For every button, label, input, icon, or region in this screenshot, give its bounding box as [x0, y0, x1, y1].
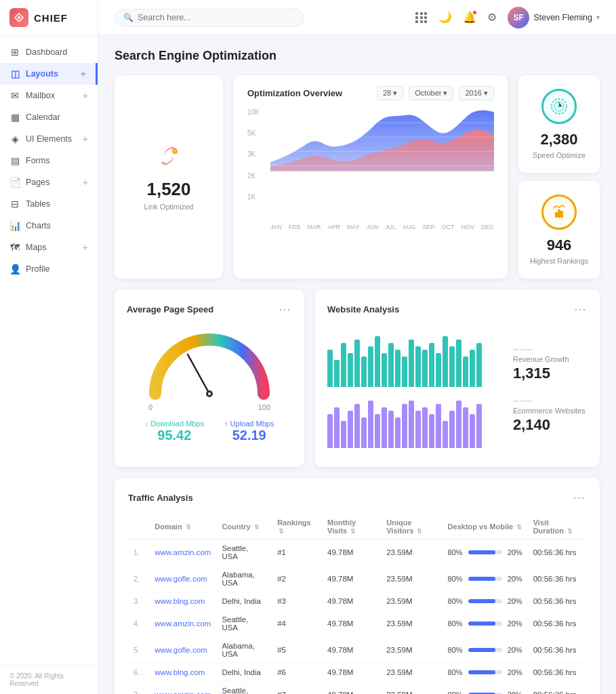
notification-badge — [472, 10, 477, 15]
speed-stats: ↓ Download Mbps 95.42 ↑ Upload Mbps 52.1… — [145, 420, 274, 443]
cell-country: Delhi, India — [216, 664, 272, 682]
calendar-icon: ▦ — [9, 112, 20, 123]
sidebar-item-forms[interactable]: ▤Forms — [0, 150, 98, 171]
cell-domain: www.amzin.com — [149, 539, 216, 566]
table-header-row: Domain ⇅ Country ⇅ Rankings ⇅ Monthly Vi… — [128, 514, 586, 539]
link-optimized-label: Link Optimized — [144, 203, 194, 211]
sidebar-item-pages[interactable]: 📄Pages + — [0, 171, 98, 193]
filter-year[interactable]: 2016 ▾ — [459, 86, 494, 100]
table-row: 4. www.amzin.com Seattle, USA #4 49.78M … — [128, 611, 586, 637]
search-box[interactable]: 🔍 — [115, 9, 304, 26]
upload-stat: ↑ Upload Mbps 52.19 — [224, 420, 274, 443]
col-rankings[interactable]: Rankings ⇅ — [272, 514, 322, 539]
cell-num: 1. — [128, 539, 149, 566]
gauge-svg — [142, 326, 277, 401]
sidebar-label-ui-elements: UI Elements — [26, 134, 72, 144]
filter-day[interactable]: 28 ▾ — [377, 86, 403, 100]
speed-optimize-value: 2,380 — [540, 131, 577, 148]
sidebar-item-ui-elements[interactable]: ◈UI Elements + — [0, 128, 98, 150]
cell-duration: 00:56:36 hrs — [528, 566, 586, 592]
user-info[interactable]: SF Steven Fleming ▾ — [508, 7, 600, 28]
analysis-header: Website Analysis ⋯ — [327, 302, 588, 317]
layouts-expand[interactable]: + — [81, 68, 86, 79]
cell-desktop-mobile: 80% 20% — [443, 664, 528, 682]
sidebar-item-calendar[interactable]: ▦Calendar — [0, 106, 98, 128]
grid-icon[interactable] — [415, 12, 428, 23]
chevron-down-icon: ▾ — [596, 14, 600, 21]
sidebar-item-layouts[interactable]: ◫Layouts + — [0, 63, 98, 85]
website-analysis-card: Website Analysis ⋯ — [315, 289, 600, 467]
table-row: 6. www.blng.com Delhi, India #6 49.78M 2… — [128, 664, 586, 682]
maps-icon: 🗺 — [9, 242, 20, 253]
maps-expand[interactable]: + — [83, 242, 88, 253]
svg-rect-11 — [558, 209, 560, 218]
sidebar-label-dashboard: Dashboard — [26, 47, 67, 57]
right-stats: 2,380 Speed Optimize 946 — [518, 75, 600, 279]
sidebar-item-mailbox[interactable]: ✉Mailbox + — [0, 85, 98, 106]
traffic-table: Domain ⇅ Country ⇅ Rankings ⇅ Monthly Vi… — [128, 514, 586, 694]
col-desktop-mobile[interactable]: Desktop vs Mobile ⇅ — [443, 514, 528, 539]
revenue-label: Revenue Growth — [513, 355, 588, 363]
cell-country: Seattle, USA — [216, 611, 272, 637]
cell-duration: 00:56:36 hrs — [528, 637, 586, 664]
highest-rankings-card: 946 Highest Rankings — [518, 181, 600, 279]
pages-expand[interactable]: + — [83, 177, 88, 188]
y-axis-labels: 10K5K3K2K1K — [247, 108, 268, 214]
col-monthly[interactable]: Monthly Visits ⇅ — [322, 514, 381, 539]
revenue-mini-chart: 〰〰〰 — [513, 347, 588, 354]
traffic-table-title: Traffic Analysis — [128, 493, 193, 503]
mailbox-expand[interactable]: + — [83, 90, 88, 101]
user-name: Steven Fleming — [533, 13, 592, 22]
cell-ranking: #7 — [272, 682, 322, 695]
cell-ranking: #6 — [272, 664, 322, 682]
cell-duration: 00:56:36 hrs — [528, 664, 586, 682]
row-1: 1,520 Link Optimized Optimization Overvi… — [115, 75, 600, 279]
row-2: Average Page Speed ⋯ — [115, 289, 600, 467]
chart-header: Optimization Overview 28 ▾ October ▾ 201… — [247, 86, 494, 100]
nav-menu: ⊞Dashboard ◫Layouts + ✉Mailbox + ▦Calend… — [0, 36, 98, 665]
settings-icon[interactable]: ⚙ — [487, 11, 497, 24]
sidebar-item-charts[interactable]: 📊Charts — [0, 215, 98, 237]
col-domain[interactable]: Domain ⇅ — [149, 514, 216, 539]
col-duration[interactable]: Visit Duration ⇅ — [528, 514, 586, 539]
sidebar-item-dashboard[interactable]: ⊞Dashboard — [0, 41, 98, 63]
theme-toggle-icon[interactable]: 🌙 — [438, 11, 452, 24]
sidebar-item-maps[interactable]: 🗺Maps + — [0, 237, 98, 258]
analysis-right-stats: 〰〰〰 Revenue Growth 1,315 〰〰〰 Ecommerce W… — [499, 326, 588, 455]
sidebar: CHIEF ⊞Dashboard ◫Layouts + ✉Mailbox + ▦… — [0, 0, 98, 694]
search-input[interactable] — [138, 13, 295, 22]
logo-area: CHIEF — [0, 0, 98, 36]
table-row: 3. www.blng.com Delhi, India #3 49.78M 2… — [128, 592, 586, 611]
cell-unique: 23.59M — [381, 566, 442, 592]
gauge-labels: 0 100 — [148, 403, 270, 411]
svg-point-0 — [18, 16, 20, 19]
cell-country: Seattle, USA — [216, 682, 272, 695]
analysis-content: 〰〰〰 Revenue Growth 1,315 〰〰〰 Ecommerce W… — [327, 326, 588, 455]
speed-menu-icon[interactable]: ⋯ — [279, 302, 292, 317]
col-unique[interactable]: Unique Visitors ⇅ — [381, 514, 442, 539]
cell-monthly: 49.78M — [322, 611, 381, 637]
sidebar-item-profile[interactable]: 👤Profile — [0, 258, 98, 280]
cell-unique: 23.59M — [381, 592, 442, 611]
analysis-menu-icon[interactable]: ⋯ — [574, 302, 588, 317]
sidebar-item-tables[interactable]: ⊟Tables — [0, 193, 98, 215]
notifications-icon[interactable]: 🔔 — [463, 11, 476, 24]
speed-icon — [541, 89, 577, 124]
svg-line-13 — [188, 354, 209, 394]
upload-value: 52.19 — [232, 428, 266, 443]
svg-rect-10 — [555, 212, 558, 218]
svg-point-9 — [558, 106, 560, 108]
speed-card-header: Average Page Speed ⋯ — [127, 302, 292, 317]
cell-country: Seattle, USA — [216, 539, 272, 566]
page-title: Search Engine Optimization — [115, 49, 600, 63]
sidebar-label-charts: Charts — [26, 221, 51, 230]
ecommerce-mini-chart: 〰〰〰 — [513, 399, 588, 405]
cell-ranking: #4 — [272, 611, 322, 637]
pages-icon: 📄 — [9, 177, 20, 188]
table-menu-icon[interactable]: ⋯ — [573, 490, 586, 505]
cell-unique: 23.59M — [381, 682, 442, 695]
sidebar-label-tables: Tables — [26, 199, 50, 209]
ui-elements-expand[interactable]: + — [83, 134, 88, 144]
col-country[interactable]: Country ⇅ — [216, 514, 272, 539]
filter-month[interactable]: October ▾ — [409, 86, 453, 100]
